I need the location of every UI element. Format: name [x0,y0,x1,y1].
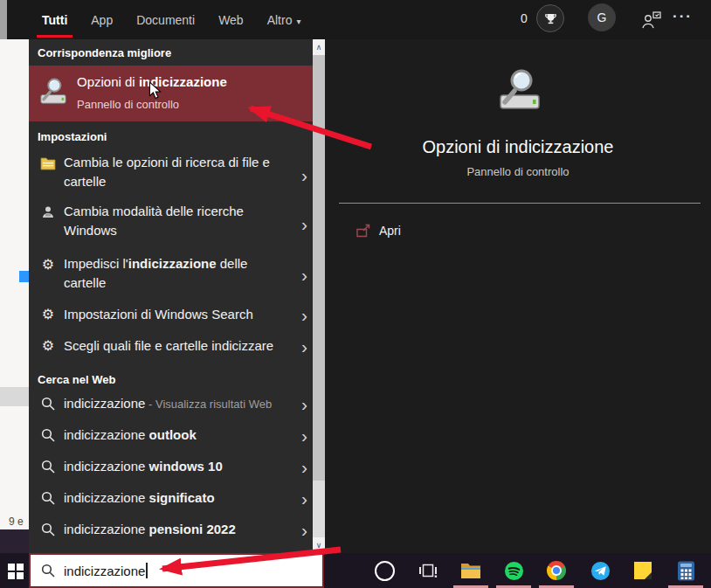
tab-altro-label: Altro [267,13,293,27]
tab-documenti[interactable]: Documenti [136,13,195,27]
best-match-result[interactable]: Opzioni di indicizzazione Pannello di co… [29,66,313,121]
best-match-title: Opzioni di indicizzazione [77,74,227,89]
more-options-icon[interactable]: ··· [673,8,693,25]
tab-app[interactable]: App [91,13,113,27]
spotify-button[interactable] [503,560,524,581]
scrollbar[interactable]: ∧ ∨ [313,39,325,553]
query-text: indicizzazione [64,490,149,505]
telegram-button[interactable] [590,560,611,581]
chevron-right-icon[interactable]: › [301,521,307,539]
window-edge [0,0,7,39]
task-view-button[interactable] [418,560,438,581]
indexing-options-icon [38,78,69,111]
chevron-right-icon[interactable]: › [301,489,307,508]
section-web-search: Cerca nel Web [38,373,115,386]
search-tabs: Tutti App Documenti Web Altro▾ [42,0,301,39]
query-suffix: pensioni 2022 [149,522,236,536]
chevron-right-icon[interactable]: › [301,306,307,324]
tab-web[interactable]: Web [218,13,244,27]
scroll-down-icon[interactable]: ∨ [313,537,325,553]
web-suggestion[interactable]: indicizzazione windows 10 › [29,451,313,482]
search-icon [39,521,57,538]
desktop-background: 9 e [0,0,29,588]
web-suggestion[interactable]: indicizzazione significato › [29,482,313,514]
open-action[interactable]: Apri [325,216,711,247]
start-button[interactable] [8,564,24,579]
taskbar-search-box[interactable]: indicizzazione [29,553,324,588]
search-icon [39,458,57,475]
chevron-right-icon[interactable]: › [301,215,307,233]
item-text: indicizzazione windows 10 [64,457,289,477]
tab-altro[interactable]: Altro▾ [267,13,301,27]
spotify-icon [504,561,524,581]
gear-icon: ⚙ [39,306,57,323]
calculator-icon [677,561,695,581]
chrome-icon [547,561,566,580]
item-text-pre: Cambia modalità delle ricerche Windows [64,204,244,238]
search-results-panel: Corrispondenza migliore Opzioni di indic… [29,39,313,553]
chevron-right-icon[interactable]: › [301,426,307,445]
scrollbar-thumb[interactable] [313,55,325,481]
scroll-up-icon[interactable]: ∧ [313,39,325,55]
setting-prevent-indexing[interactable]: ⚙ Impedisci l'indicizzazione delle carte… [29,252,313,297]
web-suggestion[interactable]: indicizzazione - Visualizza risultati We… [29,388,313,419]
account-avatar[interactable]: G [588,3,616,31]
setting-search-mode[interactable]: Cambia modalità delle ricerche Windows › [29,199,313,248]
desktop-blue-square [19,271,29,282]
query-text: indicizzazione [64,459,149,474]
text-caret [146,563,148,578]
item-text: indicizzazione pensioni 2022 [64,520,289,540]
item-text-pre: Impedisci l' [64,256,128,271]
search-input[interactable]: indicizzazione [64,564,145,578]
item-text: Cambia le opzioni di ricerca di file e c… [64,153,289,191]
sticky-notes-icon [633,561,652,580]
web-suggestion[interactable]: indicizzazione pensioni 2022 › [29,514,313,545]
section-settings: Impostazioni [38,130,107,143]
query-text: indicizzazione [64,396,145,411]
rewards-count: 0 [521,11,528,25]
desktop-gray-band [0,387,29,406]
item-text: indicizzazione outlook [64,425,289,446]
search-icon [39,395,57,412]
best-match-title-match: indicizzazione [139,74,227,89]
rewards-trophy-icon[interactable] [536,4,564,32]
setting-choose-folders[interactable]: ⚙ Scegli quali file e cartelle indicizza… [29,330,313,362]
cortana-button[interactable] [374,560,395,581]
search-filter-bar: Tutti App Documenti Web Altro▾ 0 G ··· [7,0,711,39]
folder-options-icon [39,155,57,172]
chevron-right-icon[interactable]: › [301,266,307,284]
best-match-title-pre: Opzioni di [77,74,139,89]
web-suggestion[interactable]: indicizzazione outlook › [29,419,313,451]
desktop-dark-area [0,529,29,553]
search-icon [39,489,57,507]
taskbar: indicizzazione [0,553,711,588]
desktop-text-snippet: 9 e [9,515,24,528]
preview-title: Opzioni di indicizzazione [325,137,711,157]
query-text: indicizzazione [64,427,149,442]
chevron-right-icon[interactable]: › [301,166,307,184]
setting-windows-search[interactable]: ⚙ Impostazioni di Windows Search › [29,299,313,330]
telegram-icon [590,561,611,581]
item-text-pre: Scegli quali file e cartelle indicizzare [64,338,273,353]
chevron-right-icon[interactable]: › [301,458,307,476]
feedback-person-icon[interactable] [641,10,662,29]
sticky-notes-button[interactable] [632,560,653,581]
cortana-icon [375,561,395,581]
preview-subtitle: Pannello di controllo [325,165,711,178]
divider [339,203,701,204]
chevron-down-icon: ▾ [296,17,300,26]
calculator-button[interactable] [675,560,696,581]
tab-tutti[interactable]: Tutti [42,13,67,27]
result-preview-panel: Opzioni di indicizzazione Pannello di co… [325,39,711,553]
chevron-right-icon[interactable]: › [301,337,307,356]
item-text: indicizzazione - Visualizza risultati We… [64,394,289,414]
setting-search-options[interactable]: Cambia le opzioni di ricerca di file e c… [29,150,313,199]
gear-icon: ⚙ [39,256,57,273]
best-match-subtitle: Pannello di controllo [77,98,179,111]
chevron-right-icon[interactable]: › [301,395,307,413]
item-text: indicizzazione significato [64,488,289,508]
chrome-button[interactable] [546,560,567,581]
trophy-icon [544,12,557,25]
open-label: Apri [379,224,401,238]
file-explorer-button[interactable] [460,560,481,581]
